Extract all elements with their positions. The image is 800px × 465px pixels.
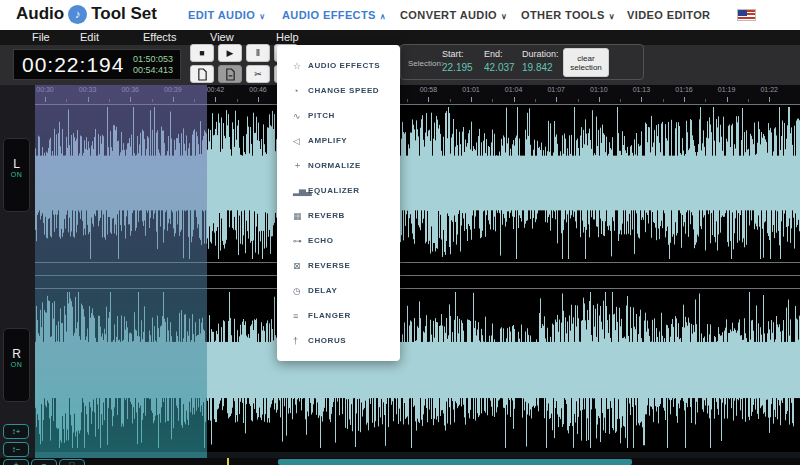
- nav-audio-effects[interactable]: AUDIO EFFECTS∧: [282, 9, 386, 21]
- left-channel-toggle[interactable]: L ON: [3, 138, 30, 212]
- file-icon: [197, 68, 208, 81]
- language-flag-icon[interactable]: [737, 9, 756, 21]
- flag-canton: [738, 10, 747, 16]
- speaker-icon: ◁: [293, 136, 308, 146]
- ruler-minor-tick: [663, 99, 664, 102]
- logo-text-toolset: Tool Set: [91, 4, 157, 24]
- echo-icon: ⊶: [293, 236, 308, 246]
- person-icon: †: [293, 336, 308, 346]
- right-channel-toggle[interactable]: R ON: [3, 328, 30, 402]
- menu-item-normalize[interactable]: ＋ NORMALIZE: [277, 153, 400, 178]
- ruler-label: 00:58: [412, 86, 444, 93]
- menu-item-delay[interactable]: ◷ DELAY: [277, 278, 400, 303]
- vertical-zoom-out-button[interactable]: ↕−: [3, 442, 29, 457]
- channel-sidebar: L ON R ON ↕+ ↕−: [0, 85, 35, 465]
- layers-icon: ≡: [293, 311, 308, 321]
- app-menubar: File Edit Effects View Help: [0, 30, 800, 45]
- star-icon: ☆: [293, 61, 308, 71]
- zoom-fit-button[interactable]: □: [59, 459, 85, 465]
- ruler-minor-tick: [748, 99, 749, 102]
- nav-other-tools[interactable]: OTHER TOOLS∨: [521, 9, 615, 21]
- h-zoom-out-button[interactable]: −: [31, 459, 57, 465]
- bottom-toolbar: + − □: [0, 458, 800, 465]
- equalizer-bars-icon: ▂▅▃: [293, 186, 308, 196]
- pause-icon: Ⅱ: [256, 48, 260, 58]
- nav-video-editor[interactable]: VIDEO EDITOR: [627, 9, 710, 21]
- ruler-minor-tick: [450, 99, 451, 102]
- trim-file-button[interactable]: [218, 65, 242, 83]
- menu-item-pitch[interactable]: ∿ PITCH: [277, 103, 400, 128]
- app-logo[interactable]: Audio ♪ Tool Set: [16, 4, 157, 24]
- play-icon: ▶: [227, 48, 234, 58]
- menu-item-reverse[interactable]: ⊠ REVERSE: [277, 253, 400, 278]
- menu-item-audio-effects[interactable]: ☆ AUDIO EFFECTS: [277, 53, 400, 78]
- sine-wave-icon: ∿: [293, 111, 308, 121]
- remaining-time: 00:54:413: [133, 65, 173, 76]
- ruler-major-tick: [428, 97, 429, 102]
- left-channel-status: ON: [4, 171, 29, 178]
- menu-item-flanger[interactable]: ≡ FLANGER: [277, 303, 400, 328]
- chevron-down-icon: ∨: [609, 12, 615, 21]
- clear-selection-button[interactable]: clear selection: [563, 48, 609, 77]
- nav-convert-audio[interactable]: CONVERT AUDIO∨: [400, 9, 507, 21]
- selection-start-value: 22.195: [442, 62, 486, 73]
- ruler-minor-tick: [492, 99, 493, 102]
- ruler-major-tick: [599, 97, 600, 102]
- ruler-minor-tick: [237, 99, 238, 102]
- music-note-icon: ♪: [68, 5, 87, 24]
- selection-duration: Duration: 19.842: [522, 49, 566, 73]
- selection-overlay[interactable]: [35, 85, 207, 452]
- stop-icon: ■: [199, 48, 204, 58]
- menu-item-amplify[interactable]: ◁ AMPLIFY: [277, 128, 400, 153]
- chevron-up-icon: ∧: [380, 12, 386, 21]
- menu-edit[interactable]: Edit: [80, 31, 99, 43]
- menu-item-change-speed[interactable]: ◔ CHANGE SPEED: [277, 78, 400, 103]
- ruler-label: 01:22: [753, 86, 785, 93]
- site-header: Audio ♪ Tool Set EDIT AUDIO∨ AUDIO EFFEC…: [0, 0, 800, 30]
- selection-label: Selection:: [408, 59, 443, 68]
- new-file-button[interactable]: [190, 65, 214, 83]
- h-zoom-in-button[interactable]: +: [3, 459, 29, 465]
- vertical-zoom-in-button[interactable]: ↕+: [3, 424, 29, 439]
- ruler-major-tick: [556, 97, 557, 102]
- ruler-label: 01:07: [540, 86, 572, 93]
- ruler-label: 01:19: [711, 86, 743, 93]
- horizontal-scrollbar[interactable]: [278, 459, 632, 465]
- menu-help[interactable]: Help: [276, 31, 299, 43]
- menu-file[interactable]: File: [32, 31, 50, 43]
- ruler-label: 01:16: [668, 86, 700, 93]
- menu-item-echo[interactable]: ⊶ ECHO: [277, 228, 400, 253]
- ruler-minor-tick: [620, 99, 621, 102]
- play-button[interactable]: ▶: [218, 44, 242, 62]
- current-time: 00:22:194: [14, 53, 124, 77]
- menu-item-equalizer[interactable]: ▂▅▃ EQUALIZER: [277, 178, 400, 203]
- ruler-major-tick: [727, 97, 728, 102]
- menu-item-reverb[interactable]: ▦ REVERB: [277, 203, 400, 228]
- ruler-major-tick: [514, 97, 515, 102]
- file-minus-icon: [225, 68, 236, 81]
- ruler-minor-tick: [407, 99, 408, 102]
- speedometer-icon: ◔: [293, 86, 308, 96]
- right-channel-status: ON: [4, 361, 29, 368]
- stop-button[interactable]: ■: [190, 44, 214, 62]
- ruler-major-tick: [641, 97, 642, 102]
- total-time: 01:50:053: [133, 54, 173, 65]
- ruler-label: 01:04: [498, 86, 530, 93]
- menu-effects[interactable]: Effects: [143, 31, 176, 43]
- pause-button[interactable]: Ⅱ: [246, 44, 270, 62]
- cut-button[interactable]: ✂: [246, 65, 270, 83]
- playhead-marker: [227, 458, 229, 465]
- ruler-major-tick: [769, 97, 770, 102]
- grid-icon: ▦: [293, 211, 308, 221]
- clock-icon: ◷: [293, 286, 308, 296]
- ruler-label: 00:46: [242, 86, 274, 93]
- scissors-icon: ✂: [254, 69, 262, 79]
- menu-item-chorus[interactable]: † CHORUS: [277, 328, 400, 353]
- time-display: 00:22:194 01:50:053 00:54:413: [13, 49, 181, 80]
- chevron-down-icon: ∨: [501, 12, 507, 21]
- menu-view[interactable]: View: [210, 31, 234, 43]
- reverse-icon: ⊠: [293, 261, 308, 271]
- audio-editor-window: Audio ♪ Tool Set EDIT AUDIO∨ AUDIO EFFEC…: [0, 0, 800, 465]
- nav-edit-audio[interactable]: EDIT AUDIO∨: [188, 9, 265, 21]
- ruler-major-tick: [215, 97, 216, 102]
